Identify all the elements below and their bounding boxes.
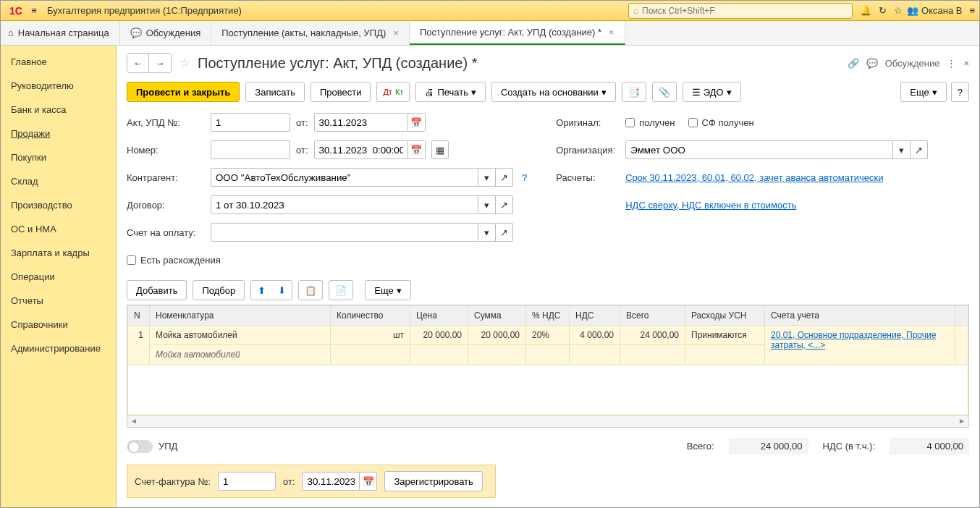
invoice-date-input[interactable] bbox=[302, 472, 360, 491]
schedule-icon[interactable]: ▦ bbox=[431, 140, 449, 159]
number-date-input[interactable] bbox=[314, 140, 408, 159]
sidebar-item-catalogs[interactable]: Справочники bbox=[1, 313, 116, 336]
tab-discussions[interactable]: 💬 Обсуждения bbox=[120, 21, 212, 45]
discussion-icon[interactable]: 💬 bbox=[866, 58, 878, 69]
sf-received-checkbox[interactable] bbox=[688, 118, 698, 127]
add-row-button[interactable]: Добавить bbox=[127, 280, 187, 300]
sidebar-item-bank[interactable]: Банк и касса bbox=[1, 98, 116, 122]
open-icon[interactable]: ↗ bbox=[496, 195, 513, 214]
dt-kt-button[interactable]: ДтКт bbox=[376, 82, 410, 102]
move-up-button[interactable]: ⬆ bbox=[253, 282, 270, 298]
open-icon[interactable]: ↗ bbox=[911, 140, 928, 159]
close-page-icon[interactable]: × bbox=[963, 58, 969, 69]
global-search[interactable]: ⌕ bbox=[628, 3, 853, 19]
nav-back-button[interactable]: ← bbox=[127, 54, 149, 72]
col-sum[interactable]: Сумма bbox=[468, 306, 526, 326]
dropdown-icon[interactable]: ▾ bbox=[478, 195, 496, 214]
close-icon[interactable]: × bbox=[609, 27, 614, 38]
calc-label: Расчеты: bbox=[556, 172, 620, 183]
hamburger-icon[interactable]: ≡ bbox=[27, 5, 41, 16]
accounts-link[interactable]: 20.01, Основное подразделение, Прочие за… bbox=[771, 330, 936, 350]
calc-link[interactable]: Срок 30.11.2023, 60.01, 60.02, зачет ава… bbox=[625, 172, 883, 183]
sidebar-item-assets[interactable]: ОС и НМА bbox=[1, 217, 116, 241]
col-nom[interactable]: Номенклатура bbox=[150, 306, 331, 326]
col-qty[interactable]: Количество bbox=[331, 306, 410, 326]
create-based-button[interactable]: Создать на основании ▾ bbox=[491, 82, 616, 102]
act-date-input[interactable] bbox=[314, 113, 408, 132]
number-input[interactable] bbox=[211, 140, 290, 159]
checklist-icon: ☰ bbox=[692, 87, 701, 98]
more-button[interactable]: Еще ▾ bbox=[900, 82, 946, 102]
col-accounts[interactable]: Счета учета bbox=[765, 306, 955, 326]
star-icon[interactable]: ☆ bbox=[894, 5, 903, 16]
move-down-button[interactable]: ⬇ bbox=[273, 282, 290, 298]
user-menu[interactable]: 👥 Оксана В bbox=[907, 5, 962, 16]
edo-button[interactable]: ☰ЭДО ▾ bbox=[683, 82, 741, 102]
post-button[interactable]: Провести bbox=[311, 82, 371, 102]
org-input[interactable] bbox=[625, 140, 893, 159]
col-usn[interactable]: Расходы УСН bbox=[685, 306, 765, 326]
calendar-icon[interactable]: 📅 bbox=[408, 113, 426, 132]
sidebar-item-hr[interactable]: Зарплата и кадры bbox=[1, 241, 116, 265]
window-icon[interactable]: ≡ bbox=[969, 5, 975, 16]
related-docs-button[interactable]: 📑 bbox=[622, 82, 646, 102]
upd-toggle[interactable] bbox=[127, 440, 153, 453]
favorite-icon[interactable]: ☆ bbox=[179, 55, 190, 71]
col-n[interactable]: N bbox=[128, 306, 150, 326]
col-price[interactable]: Цена bbox=[410, 306, 468, 326]
received-checkbox[interactable] bbox=[625, 118, 635, 127]
more-icon[interactable]: ⋮ bbox=[947, 58, 956, 69]
discussion-label[interactable]: Обсуждение bbox=[885, 58, 940, 69]
invoice-no-input[interactable] bbox=[218, 472, 276, 491]
post-and-close-button[interactable]: Провести и закрыть bbox=[127, 82, 240, 102]
sidebar-item-reports[interactable]: Отчеты bbox=[1, 289, 116, 313]
sidebar-item-manager[interactable]: Руководителю bbox=[1, 74, 116, 98]
tab-receipts[interactable]: Поступление (акты, накладные, УПД) × bbox=[211, 21, 410, 45]
table-more-button[interactable]: Еще ▾ bbox=[365, 280, 410, 300]
attach-button[interactable]: 📎 bbox=[652, 82, 677, 102]
register-button[interactable]: Зарегистрировать bbox=[384, 471, 482, 491]
copy-button[interactable]: 📋 bbox=[298, 280, 323, 300]
invoice-label: Счет-фактура №: bbox=[135, 476, 211, 487]
contract-input[interactable] bbox=[211, 195, 478, 214]
open-icon[interactable]: ↗ bbox=[496, 223, 513, 242]
sidebar-item-admin[interactable]: Администрирование bbox=[1, 336, 116, 360]
calendar-icon[interactable]: 📅 bbox=[408, 140, 426, 159]
contractor-input[interactable] bbox=[211, 168, 478, 187]
select-button[interactable]: Подбор bbox=[193, 280, 245, 300]
dropdown-icon[interactable]: ▾ bbox=[478, 223, 496, 242]
close-icon[interactable]: × bbox=[393, 27, 399, 38]
sidebar-item-operations[interactable]: Операции bbox=[1, 265, 116, 289]
history-icon[interactable]: ↻ bbox=[879, 5, 887, 16]
calendar-icon[interactable]: 📅 bbox=[360, 472, 377, 491]
user-icon: 👥 bbox=[907, 5, 918, 16]
vat-link[interactable]: НДС сверху, НДС включен в стоимость bbox=[625, 200, 796, 211]
print-button[interactable]: 🖨Печать ▾ bbox=[415, 82, 486, 102]
tab-home[interactable]: ⌂ Начальная страница bbox=[1, 21, 120, 45]
help-icon[interactable]: ? bbox=[522, 172, 527, 183]
sidebar-item-main[interactable]: Главное bbox=[1, 50, 116, 74]
col-total[interactable]: Всего bbox=[620, 306, 685, 326]
dropdown-icon[interactable]: ▾ bbox=[478, 168, 496, 187]
sidebar-item-warehouse[interactable]: Склад bbox=[1, 169, 116, 193]
dropdown-icon[interactable]: ▾ bbox=[893, 140, 911, 159]
col-vat-pct[interactable]: % НДС bbox=[526, 306, 570, 326]
act-num-input[interactable] bbox=[211, 113, 290, 132]
table-scrollbar[interactable] bbox=[127, 415, 968, 427]
table-row[interactable]: 1 Мойка автомобилей шт 20 000,00 20 000,… bbox=[128, 326, 968, 345]
save-button[interactable]: Записать bbox=[245, 82, 305, 102]
col-vat[interactable]: НДС bbox=[570, 306, 620, 326]
link-icon[interactable]: 🔗 bbox=[848, 58, 859, 69]
help-button[interactable]: ? bbox=[951, 82, 969, 102]
open-icon[interactable]: ↗ bbox=[496, 168, 513, 187]
sidebar-item-sales[interactable]: Продажи bbox=[1, 122, 116, 145]
sidebar-item-production[interactable]: Производство bbox=[1, 193, 116, 217]
payment-input[interactable] bbox=[211, 223, 478, 242]
tab-receipt-services[interactable]: Поступление услуг: Акт, УПД (создание) *… bbox=[410, 21, 625, 45]
paste-button[interactable]: 📄 bbox=[329, 280, 353, 300]
sidebar-item-purchases[interactable]: Покупки bbox=[1, 145, 116, 169]
nav-forward-button[interactable]: → bbox=[149, 54, 171, 72]
discrepancies-checkbox[interactable] bbox=[127, 255, 136, 265]
bell-icon[interactable]: 🔔 bbox=[860, 5, 871, 16]
search-input[interactable] bbox=[642, 6, 848, 16]
